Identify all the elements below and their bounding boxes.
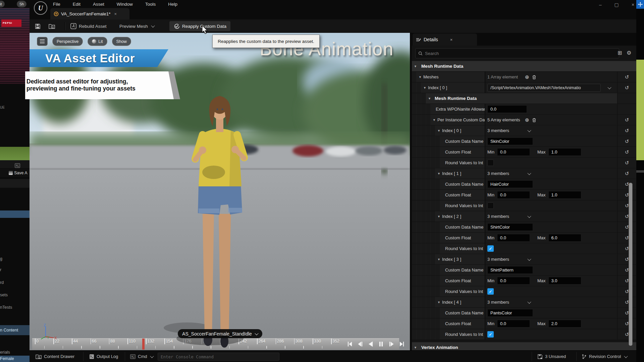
skip-to-start-button[interactable] (346, 340, 354, 348)
revision-control-button[interactable]: Revision Control (582, 351, 627, 362)
asset-tab[interactable]: VA_SoccerFanFemale1* × (50, 8, 129, 19)
min-value-input[interactable]: 0.0 (497, 148, 530, 156)
expander-arrow-icon[interactable]: ▼ (419, 75, 422, 79)
step-forward-button[interactable] (388, 340, 395, 348)
output-log-button[interactable]: Output Log (89, 351, 118, 362)
trash-icon[interactable] (532, 75, 536, 79)
details-tab[interactable]: Details × (413, 34, 477, 46)
min-value-input[interactable]: 0.0 (497, 191, 530, 199)
unsaved-assets-button[interactable]: 3 Unsaved (537, 351, 566, 362)
property-value-input[interactable]: ShirtColor (487, 223, 533, 231)
revert-icon[interactable]: ↺ (625, 128, 629, 134)
details-settings-gear-icon[interactable]: ⚙ (627, 50, 631, 56)
expander-arrow-icon[interactable]: ▼ (437, 258, 440, 261)
expander-arrow-icon[interactable]: ▼ (437, 301, 440, 304)
details-scrollbar-thumb[interactable] (629, 183, 633, 346)
cmd-dropdown[interactable]: >_ Cmd (130, 351, 153, 362)
expander-arrow-icon[interactable]: ▼ (428, 97, 431, 100)
revert-icon[interactable]: ↺ (625, 171, 629, 177)
menu-file[interactable]: File (53, 2, 60, 7)
maximize-button[interactable]: ▢ (611, 1, 622, 8)
max-value-input[interactable]: 6.0 (548, 234, 581, 242)
expander-arrow-icon[interactable]: ▼ (423, 86, 426, 89)
trash-icon[interactable] (532, 118, 536, 122)
content-drawer-button[interactable]: Content Drawer (36, 351, 74, 362)
show-button[interactable]: Show (112, 37, 131, 46)
revert-icon[interactable]: ↺ (625, 117, 629, 123)
lit-mode-button[interactable]: Lit (88, 37, 107, 46)
empty-array-icon[interactable] (532, 118, 536, 122)
output-log-icon (89, 354, 94, 359)
animation-selector-dropdown[interactable]: AS_SoccerFanFemale_StandIdle (178, 329, 262, 338)
expander-arrow-icon[interactable]: ▼ (414, 65, 417, 68)
expander-arrow-icon[interactable]: ▼ (414, 346, 417, 349)
chevron-down-icon[interactable] (527, 300, 531, 303)
timeline-playhead[interactable] (142, 339, 145, 350)
chevron-down-icon[interactable] (527, 257, 531, 260)
max-value-input[interactable]: 1.0 (548, 191, 581, 199)
viewport-menu-button[interactable] (37, 37, 48, 46)
round-values-checkbox[interactable]: ✓ (487, 331, 494, 338)
min-value-input[interactable]: 0.0 (497, 277, 530, 285)
chevron-down-icon[interactable] (607, 85, 611, 89)
revert-icon[interactable]: ↺ (625, 160, 629, 166)
min-label: Min (487, 321, 494, 326)
perspective-button[interactable]: Perspective (52, 37, 83, 46)
max-value-input[interactable]: 3.0 (548, 277, 581, 285)
add-element-icon[interactable]: ⊕ (525, 117, 529, 122)
menu-tools[interactable]: Tools (145, 2, 156, 7)
pause-button[interactable] (377, 340, 385, 348)
property-value-input[interactable]: ShirtPattern (487, 266, 533, 274)
play-reverse-button[interactable] (367, 340, 374, 348)
save-button[interactable] (35, 21, 41, 31)
property-value-input[interactable]: PantsColor (487, 309, 533, 317)
min-value-input[interactable]: 0.0 (497, 320, 530, 327)
reapply-custom-data-button[interactable]: Reapply Custom Data (169, 21, 230, 31)
preview-mesh-dropdown[interactable]: Preview Mesh (119, 21, 154, 31)
chevron-down-icon[interactable] (527, 128, 531, 132)
max-value-input[interactable]: 1.0 (548, 148, 581, 156)
property-value-input[interactable]: HairColor (487, 180, 533, 188)
expander-arrow-icon[interactable]: ▼ (437, 215, 440, 218)
category-header[interactable]: ▼Mesh Runtime Data (412, 61, 636, 72)
column-view-icon[interactable]: ⊞ (618, 50, 622, 56)
menu-asset[interactable]: Asset (93, 2, 104, 7)
empty-array-icon[interactable] (532, 75, 536, 79)
expander-arrow-icon[interactable]: ▼ (437, 129, 440, 132)
round-values-checkbox[interactable]: ✓ (487, 245, 494, 252)
browse-to-asset-button[interactable] (48, 21, 55, 31)
property-value-input[interactable]: SkinColor (487, 137, 533, 145)
subcategory-header[interactable]: ▼Mesh Runtime Data (426, 93, 617, 104)
menu-help[interactable]: Help (168, 2, 177, 7)
minimize-button[interactable]: – (595, 1, 605, 8)
property-name-cell: Round Values to Int (412, 286, 485, 297)
chevron-down-icon[interactable] (527, 171, 531, 175)
menu-edit[interactable]: Edit (73, 2, 80, 7)
add-element-icon[interactable]: ⊕ (525, 74, 529, 79)
details-tab-close-icon[interactable]: × (450, 37, 453, 42)
property-value-input[interactable]: 0.0 (487, 105, 527, 113)
round-values-checkbox[interactable]: ✓ (487, 288, 494, 295)
console-command-input[interactable]: Enter Console Command (158, 353, 279, 361)
chevron-down-icon[interactable] (527, 214, 531, 218)
details-row: Custom Data NameShirtColor↺ (412, 222, 636, 233)
expander-arrow-icon[interactable]: ▼ (437, 172, 440, 175)
revert-icon[interactable]: ↺ (625, 85, 629, 91)
round-values-checkbox[interactable] (487, 202, 494, 209)
revert-icon[interactable]: ↺ (625, 74, 629, 80)
tab-close-icon[interactable]: × (114, 11, 117, 16)
max-value-input[interactable]: 2.0 (548, 320, 581, 327)
revert-icon[interactable]: ↺ (625, 138, 629, 144)
rebuild-asset-button[interactable]: Rebuild Asset (70, 21, 107, 31)
round-values-checkbox[interactable] (487, 160, 494, 166)
content-drawer-icon (36, 354, 42, 359)
revert-icon[interactable]: ↺ (625, 149, 629, 155)
min-value-input[interactable]: 0.0 (497, 234, 530, 242)
skip-to-end-button[interactable] (398, 340, 406, 348)
asset-reference-combo[interactable]: /Script/VertexAnimation.VAMesh'/VertexAn… (487, 84, 601, 92)
menu-window[interactable]: Window (117, 2, 133, 7)
expander-arrow-icon[interactable]: ▼ (433, 118, 436, 122)
timeline-scrubber[interactable]: 0224466881101321541761982202422642863083… (32, 338, 399, 350)
details-search-input[interactable]: Search (415, 48, 619, 58)
step-back-button[interactable] (357, 340, 364, 348)
